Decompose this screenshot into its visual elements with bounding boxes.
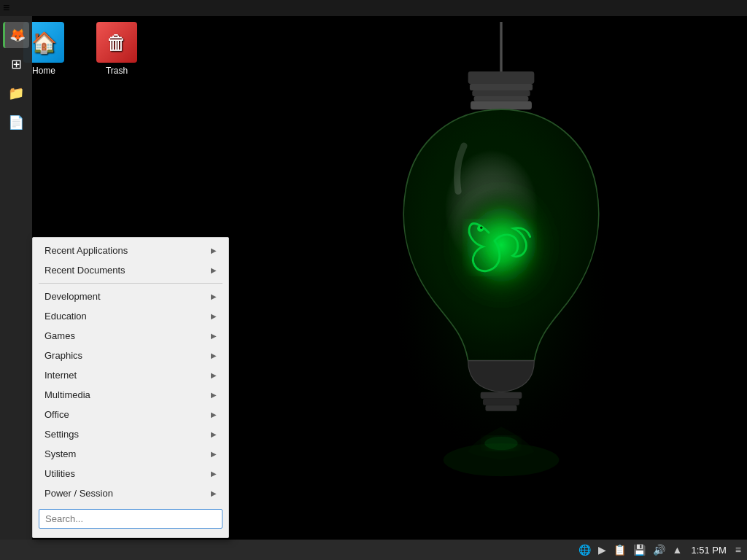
- taskbar-mixer[interactable]: ⊞: [3, 51, 29, 77]
- menu-multimedia[interactable]: Multimedia ▶: [33, 385, 228, 405]
- network-icon[interactable]: 🌐: [578, 544, 591, 556]
- menu-graphics[interactable]: Graphics ▶: [33, 346, 228, 365]
- svg-rect-6: [471, 101, 532, 109]
- arrow-icon: ▶: [211, 292, 217, 300]
- volume-icon[interactable]: 🔊: [653, 544, 665, 556]
- arrow-icon: ▶: [211, 266, 217, 274]
- arrow-icon: ▶: [211, 371, 217, 379]
- arrow-icon: ▶: [211, 246, 217, 254]
- svg-rect-3: [470, 84, 533, 90]
- menu-games[interactable]: Games ▶: [33, 326, 228, 346]
- arrow-icon: ▶: [211, 391, 217, 399]
- app-menu: Recent Applications ▶ Recent Documents ▶…: [32, 237, 229, 538]
- arrow-icon: ▶: [211, 450, 217, 458]
- menu-development[interactable]: Development ▶: [33, 287, 228, 306]
- menu-office[interactable]: Office ▶: [33, 405, 228, 424]
- taskbar-files[interactable]: 📁: [3, 80, 29, 106]
- svg-rect-2: [468, 71, 535, 84]
- svg-point-14: [484, 437, 517, 450]
- svg-point-9: [480, 227, 482, 229]
- taskbar: 🦊 ⊞ 📁 📄: [0, 16, 32, 541]
- menu-recent-apps[interactable]: Recent Applications ▶: [33, 241, 228, 260]
- menu-recent-docs[interactable]: Recent Documents ▶: [33, 260, 228, 280]
- arrow-icon: ▶: [211, 489, 217, 497]
- arrow-icon: ▶: [211, 332, 217, 340]
- clipboard-icon[interactable]: 📋: [614, 544, 626, 556]
- arrow-icon: ▶: [211, 351, 217, 359]
- trash-label: Trash: [106, 66, 128, 76]
- bottom-menu-icon[interactable]: ≡: [735, 544, 741, 556]
- trash-icon[interactable]: 🗑 Trash: [88, 22, 146, 76]
- svg-rect-12: [485, 405, 516, 411]
- menu-separator: [39, 283, 222, 284]
- tray-icons: 🌐 ▶ 📋 💾 🔊 ▲: [578, 544, 683, 556]
- menu-utilities[interactable]: Utilities ▶: [33, 464, 228, 483]
- expand-icon[interactable]: ▲: [673, 544, 683, 556]
- trash-folder-icon: 🗑: [96, 22, 137, 63]
- clock: 1:51 PM: [688, 545, 729, 556]
- svg-point-7: [452, 187, 551, 303]
- arrow-icon: ▶: [211, 411, 217, 419]
- home-label: Home: [32, 66, 55, 76]
- menu-education[interactable]: Education ▶: [33, 306, 228, 326]
- bottom-bar: 🌐 ▶ 📋 💾 🔊 ▲ 1:51 PM ≡: [0, 540, 747, 560]
- storage-icon[interactable]: 💾: [633, 544, 646, 556]
- menu-system[interactable]: System ▶: [33, 444, 228, 464]
- menu-power-session[interactable]: Power / Session ▶: [33, 483, 228, 503]
- arrow-icon: ▶: [211, 470, 217, 478]
- arrow-icon: ▶: [211, 312, 217, 320]
- taskbar-firefox[interactable]: 🦊: [3, 22, 29, 48]
- menu-internet[interactable]: Internet ▶: [33, 365, 228, 385]
- panel-menu-icon[interactable]: ≡: [3, 1, 9, 15]
- taskbar-text[interactable]: 📄: [3, 109, 29, 136]
- arrow-icon: ▶: [211, 430, 217, 438]
- desktop-icons: 🏠 Home 🗑 Trash: [15, 22, 146, 76]
- svg-rect-5: [474, 96, 529, 101]
- search-input[interactable]: [39, 509, 222, 529]
- menu-search-area: [33, 503, 228, 534]
- svg-rect-10: [481, 392, 522, 399]
- menu-settings[interactable]: Settings ▶: [33, 424, 228, 444]
- media-icon[interactable]: ▶: [598, 544, 606, 556]
- top-panel: ≡: [0, 0, 747, 16]
- svg-rect-11: [483, 399, 519, 405]
- svg-rect-4: [472, 90, 530, 96]
